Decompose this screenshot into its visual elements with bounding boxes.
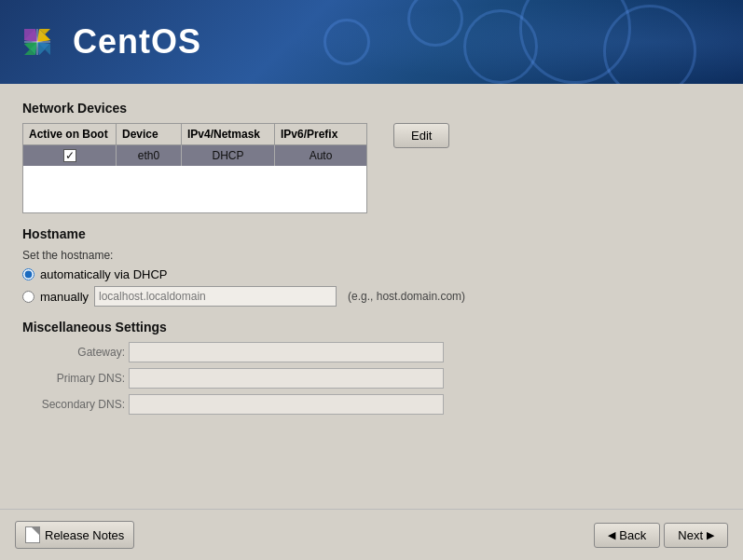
- hostname-description: Set the hostname:: [22, 249, 721, 262]
- footer: Release Notes ◀ Back Next ▶: [0, 509, 743, 560]
- back-arrow-icon: ◀: [608, 529, 615, 541]
- decor-swirl4: [603, 5, 696, 84]
- document-icon: [25, 526, 40, 543]
- cell-ipv4: DHCP: [182, 145, 275, 166]
- network-section: Network Devices Active on Boot Device IP…: [22, 101, 721, 213]
- misc-section: Miscellaneous Settings Gateway: Primary …: [22, 320, 721, 415]
- decor-swirl5: [323, 19, 370, 65]
- table-empty-area: [23, 166, 366, 212]
- back-button[interactable]: ◀ Back: [594, 523, 660, 548]
- logo-container: CentOS: [9, 14, 201, 70]
- centos-logo-icon: [9, 14, 65, 70]
- hostname-hint: (e.g., host.domain.com): [348, 290, 465, 303]
- misc-section-title: Miscellaneous Settings: [22, 320, 721, 335]
- auto-radio-label: automatically via DHCP: [40, 267, 168, 281]
- primary-dns-label: Primary DNS:: [22, 372, 125, 385]
- cell-active: ✓: [23, 145, 117, 166]
- decor-swirl3: [407, 0, 463, 47]
- hostname-input[interactable]: [94, 286, 337, 307]
- hostname-section-title: Hostname: [22, 226, 721, 241]
- auto-radio-row: automatically via DHCP: [22, 267, 721, 281]
- network-table: Active on Boot Device IPv4/Netmask IPv6/…: [22, 123, 367, 213]
- col-active-boot: Active on Boot: [23, 124, 117, 144]
- gateway-row: Gateway:: [22, 342, 721, 362]
- primary-dns-input[interactable]: [129, 368, 444, 389]
- release-notes-label: Release Notes: [45, 528, 124, 542]
- col-ipv4: IPv4/Netmask: [182, 124, 275, 144]
- svg-rect-9: [24, 41, 50, 43]
- header: CentOS: [0, 0, 743, 84]
- logo-text: CentOS: [73, 22, 201, 61]
- primary-dns-row: Primary DNS:: [22, 368, 721, 389]
- nav-buttons: ◀ Back Next ▶: [594, 523, 728, 548]
- gateway-label: Gateway:: [22, 346, 125, 359]
- col-device: Device: [117, 124, 182, 144]
- secondary-dns-input[interactable]: [129, 394, 444, 415]
- next-button[interactable]: Next ▶: [664, 523, 728, 548]
- decor-swirl2: [463, 9, 538, 84]
- next-label: Next: [678, 528, 703, 542]
- secondary-dns-row: Secondary DNS:: [22, 394, 721, 415]
- release-notes-button[interactable]: Release Notes: [15, 521, 134, 549]
- network-row: Active on Boot Device IPv4/Netmask IPv6/…: [22, 123, 721, 213]
- manual-radio[interactable]: [22, 291, 34, 303]
- back-label: Back: [619, 528, 646, 542]
- secondary-dns-label: Secondary DNS:: [22, 398, 125, 411]
- table-row[interactable]: ✓ eth0 DHCP Auto: [23, 145, 366, 166]
- col-ipv6: IPv6/Prefix: [275, 124, 366, 144]
- manual-radio-row: manually (e.g., host.domain.com): [22, 286, 721, 307]
- active-checkbox[interactable]: ✓: [63, 149, 76, 162]
- edit-button[interactable]: Edit: [393, 123, 449, 148]
- network-section-title: Network Devices: [22, 101, 721, 116]
- cell-device: eth0: [117, 145, 182, 166]
- table-header: Active on Boot Device IPv4/Netmask IPv6/…: [23, 124, 366, 145]
- hostname-section: Hostname Set the hostname: automatically…: [22, 226, 721, 307]
- cell-ipv6: Auto: [275, 145, 366, 166]
- next-arrow-icon: ▶: [707, 529, 714, 541]
- manual-radio-label: manually: [40, 290, 89, 304]
- auto-radio[interactable]: [22, 268, 34, 280]
- main-content: Network Devices Active on Boot Device IP…: [0, 84, 743, 560]
- svg-marker-1: [24, 29, 37, 42]
- gateway-input[interactable]: [129, 342, 444, 362]
